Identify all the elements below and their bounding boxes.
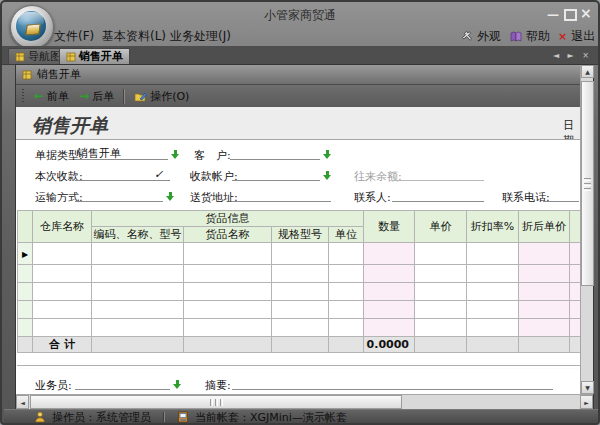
cell[interactable] [33,265,92,283]
maximize-button[interactable] [564,9,577,21]
cell[interactable] [415,283,467,301]
scroll-right-button[interactable]: ► [580,395,593,409]
current-row-marker: ▶ [18,243,33,265]
cell[interactable] [570,301,581,319]
cell[interactable] [570,319,581,337]
dropdown-arrow-icon[interactable] [166,192,175,202]
prev-doc-button[interactable]: ← 前单 [29,87,74,105]
cell[interactable] [272,283,329,301]
col-discount-rate: 折扣率% [467,211,519,243]
toolbar-grip[interactable] [22,89,24,103]
cell[interactable] [329,243,364,265]
cell[interactable] [33,283,92,301]
action-menu-button[interactable]: 操作(O) [129,87,194,105]
cell[interactable] [272,301,329,319]
cell-qty[interactable] [364,243,415,265]
balance-field [392,167,484,181]
cell[interactable] [467,243,519,265]
cell[interactable] [570,243,581,265]
cell[interactable] [92,301,184,319]
cell[interactable] [92,265,184,283]
tab-sales-billing[interactable]: 销售开单 [59,48,130,64]
check-mark-icon[interactable]: ✓ [154,168,163,181]
phone-input[interactable] [543,188,579,202]
horizontal-scrollbar-thumb[interactable] [30,395,402,409]
doc-type-input[interactable]: 销售开单 [75,146,168,160]
cell[interactable] [33,243,92,265]
vertical-scrollbar[interactable]: ▲ ▼ [580,65,593,394]
app-logo-icon[interactable] [10,5,54,49]
cell-discounted[interactable] [519,243,570,265]
cell[interactable] [184,319,272,337]
cell-qty[interactable] [364,283,415,301]
dropdown-arrow-icon[interactable] [323,150,332,160]
cell-discounted[interactable] [519,265,570,283]
menu-exit[interactable]: × 退出 [558,28,595,45]
address-input[interactable] [232,188,331,202]
summary-input[interactable] [232,376,553,390]
cell[interactable] [184,283,272,301]
cell[interactable] [184,243,272,265]
cell[interactable] [329,283,364,301]
menu-base-data[interactable]: 基本资料(L) [102,28,166,45]
dropdown-arrow-icon[interactable] [171,150,180,160]
account-input[interactable] [232,167,320,181]
scroll-up-button[interactable]: ▲ [581,65,594,78]
operator-status: 操作员：系统管理员 [52,410,151,425]
cell[interactable] [184,301,272,319]
account-label: 收款帐户: [190,169,238,184]
cell[interactable] [272,243,329,265]
cell-discounted[interactable] [519,319,570,337]
cell[interactable] [467,283,519,301]
cell[interactable] [329,319,364,337]
cell[interactable] [570,265,581,283]
cell[interactable] [33,301,92,319]
cell[interactable] [329,265,364,283]
cell[interactable] [92,243,184,265]
toolbar-separator [123,89,125,104]
cell[interactable] [329,301,364,319]
minimize-button[interactable]: — [547,9,559,21]
scroll-left-button[interactable]: ◄ [16,395,29,409]
customer-input[interactable] [230,146,320,160]
account-status: 当前帐套：XGJMini—演示帐套 [195,410,347,425]
form-icon [15,52,25,62]
cell[interactable] [467,301,519,319]
vertical-scrollbar-thumb[interactable] [581,81,594,286]
cell[interactable] [467,265,519,283]
dropdown-arrow-icon[interactable] [323,171,332,181]
menu-help[interactable]: 帮助 [510,28,550,45]
tab-scroll-close-controls[interactable]: ◄ ► × [553,51,592,60]
salesman-input[interactable] [75,376,170,390]
toolbar: ← 前单 → 后单 操作(O) [16,85,580,107]
cell-qty[interactable] [364,319,415,337]
cell[interactable] [467,319,519,337]
cell-discounted[interactable] [519,283,570,301]
menu-appearance[interactable]: 外观 [462,28,501,45]
dropdown-arrow-icon[interactable] [173,380,182,390]
cell[interactable] [272,319,329,337]
cell[interactable] [92,283,184,301]
menu-exit-label: 退出 [571,28,595,45]
scroll-down-button[interactable]: ▼ [581,381,594,394]
tab-label: 导航图 [28,49,61,64]
cell[interactable] [415,265,467,283]
cell[interactable] [272,265,329,283]
cell[interactable] [415,243,467,265]
next-doc-button[interactable]: → 后单 [74,87,119,105]
cell[interactable] [415,301,467,319]
cell[interactable] [570,283,581,301]
menu-file[interactable]: 文件(F) [54,28,94,45]
menu-business[interactable]: 业务处理(J) [170,28,231,45]
cell-qty[interactable] [364,301,415,319]
cell[interactable] [33,319,92,337]
transport-input[interactable] [75,188,163,202]
cell[interactable] [184,265,272,283]
contact-input[interactable] [392,188,484,202]
cell[interactable] [92,319,184,337]
cell-discounted[interactable] [519,301,570,319]
close-button[interactable]: × [580,7,592,19]
horizontal-scrollbar[interactable]: ◄ ► [16,394,593,409]
cell[interactable] [415,319,467,337]
cell-qty[interactable] [364,265,415,283]
